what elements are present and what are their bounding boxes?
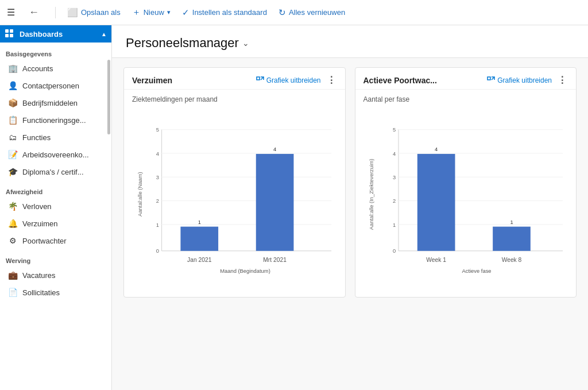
svg-text:1: 1 [198, 219, 201, 225]
hamburger-icon[interactable]: ☰ [7, 7, 15, 18]
vacatures-label: Vacatures [22, 271, 56, 280]
sidebar-item-arbeidsovereenko[interactable]: 📝 Arbeidsovereenko... [0, 146, 111, 163]
dashboards-chevron-icon: ▲ [101, 31, 107, 37]
chart-verzuimen-more-button[interactable]: ⋮ [327, 75, 337, 86]
chart-verzuimen: Verzuimen Grafiek uitbreiden ⋮ Ziektemel… [123, 67, 346, 298]
chart-verzuimen-header: Verzuimen Grafiek uitbreiden ⋮ [124, 68, 345, 90]
verloven-label: Verloven [22, 202, 52, 211]
refresh-icon: ↻ [278, 7, 286, 18]
content-area: Personeelsmanager ⌄ Verzuimen Grafiek ui… [112, 25, 588, 390]
chart-actieve-poortwachter: Actieve Poortwac... Grafiek uitbreiden ⋮… [355, 67, 577, 298]
sidebar-item-sollicitaties[interactable]: 📄 Sollicitaties [0, 284, 111, 301]
svg-text:0: 0 [156, 248, 159, 254]
sidebar-nav-dashboards[interactable]: Dashboards ▲ [0, 25, 111, 43]
dashboards-icon [5, 29, 15, 39]
sidebar-item-functioneringsge[interactable]: 📋 Functioneringsge... [0, 111, 111, 129]
svg-text:4: 4 [156, 151, 159, 157]
poortwachter-label: Poortwachter [22, 237, 67, 245]
sidebar-item-diplomas[interactable]: 🎓 Diploma's / certif... [0, 163, 111, 180]
sidebar-item-bedrijfsmiddelen[interactable]: 📦 Bedrijfsmiddelen [0, 94, 111, 111]
page-title-text: Personeelsmanager [126, 36, 239, 51]
verzuimen-icon: 🔔 [7, 219, 18, 228]
svg-text:Week 8: Week 8 [501, 257, 521, 263]
svg-text:Aantal:alle (Naam): Aantal:alle (Naam) [137, 172, 143, 217]
expand-icon-2 [487, 76, 495, 84]
svg-text:5: 5 [156, 127, 159, 133]
chart-poortwachter-header: Actieve Poortwac... Grafiek uitbreiden ⋮ [355, 68, 577, 90]
sollicitaties-label: Sollicitaties [22, 288, 60, 297]
checkmark-icon: ✓ [182, 7, 189, 18]
chart-poortwachter-title: Actieve Poortwac... [363, 76, 488, 85]
dashboards-label: Dashboards [20, 30, 101, 38]
contactpersonen-label: Contactpersonen [22, 82, 79, 90]
functioneringsge-label: Functioneringsge... [22, 116, 86, 125]
sidebar-item-verloven[interactable]: 🌴 Verloven [0, 198, 111, 215]
sidebar-item-poortwachter[interactable]: ⚙ Poortwachter [0, 232, 111, 249]
new-label: Nieuw [144, 8, 164, 17]
svg-text:1: 1 [156, 222, 159, 228]
accounts-icon: 🏢 [7, 64, 18, 73]
chart-poortwachter-more-button[interactable]: ⋮ [558, 75, 568, 86]
bedrijfsmiddelen-icon: 📦 [7, 98, 18, 107]
svg-rect-4 [257, 77, 260, 80]
toolbar-divider-1 [55, 7, 56, 18]
chart-poortwachter-svg: Aantal:alle (In_Ziekteverzuim) 5 4 3 2 [363, 108, 568, 286]
svg-rect-0 [5, 29, 9, 33]
bar-mrt2021 [256, 154, 294, 251]
chart-poortwachter-expand-button[interactable]: Grafiek uitbreiden [487, 76, 552, 84]
content-header: Personeelsmanager ⌄ [112, 25, 588, 58]
svg-text:3: 3 [393, 175, 396, 180]
section-werving: Werving [0, 249, 111, 267]
chart-verzuimen-subtitle: Ziektemeldingen per maand [124, 90, 345, 106]
expand-icon [256, 76, 264, 84]
main-container: Dashboards ▲ Basisgegevens 🏢 Accounts 👤 … [0, 25, 588, 390]
refresh-all-button[interactable]: ↻ Alles vernieuwen [278, 7, 345, 18]
verloven-icon: 🌴 [7, 202, 18, 211]
page-title-chevron-icon[interactable]: ⌄ [242, 38, 249, 48]
chart-poortwachter-subtitle: Aantal per fase [355, 90, 577, 106]
set-default-button[interactable]: ✓ Instellen als standaard [182, 7, 267, 18]
plus-icon: ＋ [132, 7, 141, 18]
sollicitaties-icon: 📄 [7, 288, 18, 297]
sidebar: Dashboards ▲ Basisgegevens 🏢 Accounts 👤 … [0, 25, 112, 390]
accounts-label: Accounts [22, 64, 53, 73]
contactpersonen-icon: 👤 [7, 81, 18, 90]
charts-grid: Verzuimen Grafiek uitbreiden ⋮ Ziektemel… [112, 58, 588, 307]
sidebar-item-contactpersonen[interactable]: 👤 Contactpersonen [0, 77, 111, 94]
svg-text:Maand (Begindatum): Maand (Begindatum) [220, 268, 270, 274]
sidebar-item-vacatures[interactable]: 💼 Vacatures [0, 267, 111, 284]
section-afwezigheid: Afwezigheid [0, 180, 111, 198]
verzuimen-label: Verzuimen [22, 219, 57, 228]
sidebar-scrollbar[interactable] [107, 60, 110, 134]
bedrijfsmiddelen-label: Bedrijfsmiddelen [22, 99, 78, 107]
chart-verzuimen-expand-button[interactable]: Grafiek uitbreiden [256, 76, 321, 84]
chart-verzuimen-title: Verzuimen [132, 76, 256, 85]
toolbar: ☰ ← ⬜ Opslaan als ＋ Nieuw ▾ ✓ Instellen … [0, 0, 588, 25]
svg-rect-3 [10, 34, 13, 37]
back-button[interactable]: ← [29, 6, 39, 18]
svg-text:2: 2 [393, 198, 396, 204]
bar-jan2021 [180, 227, 218, 251]
new-chevron-icon[interactable]: ▾ [167, 9, 171, 16]
svg-text:4: 4 [393, 151, 396, 157]
bar-week1 [417, 154, 455, 251]
svg-text:0: 0 [393, 248, 396, 254]
chart-poortwachter-area: Aantal:alle (In_Ziekteverzuim) 5 4 3 2 [355, 106, 577, 288]
save-as-button[interactable]: ⬜ Opslaan als [67, 7, 121, 18]
arbeidsovereenko-label: Arbeidsovereenko... [22, 150, 89, 159]
functioneringsge-icon: 📋 [7, 115, 18, 125]
svg-text:Week 1: Week 1 [426, 257, 446, 263]
set-default-label: Instellen als standaard [192, 8, 267, 17]
sidebar-item-functies[interactable]: 🗂 Functies [0, 129, 111, 146]
refresh-all-label: Alles vernieuwen [289, 8, 345, 17]
new-button[interactable]: ＋ Nieuw ▾ [132, 7, 171, 18]
bar-week8 [493, 227, 531, 251]
svg-text:1: 1 [510, 219, 513, 225]
sidebar-item-verzuimen[interactable]: 🔔 Verzuimen [0, 215, 111, 232]
svg-text:5: 5 [393, 127, 396, 133]
diplomas-label: Diploma's / certif... [22, 168, 84, 176]
chart-verzuimen-expand-label: Grafiek uitbreiden [266, 76, 321, 84]
sidebar-item-accounts[interactable]: 🏢 Accounts [0, 60, 111, 77]
svg-text:Mrt 2021: Mrt 2021 [263, 257, 287, 263]
svg-text:2: 2 [156, 198, 159, 204]
